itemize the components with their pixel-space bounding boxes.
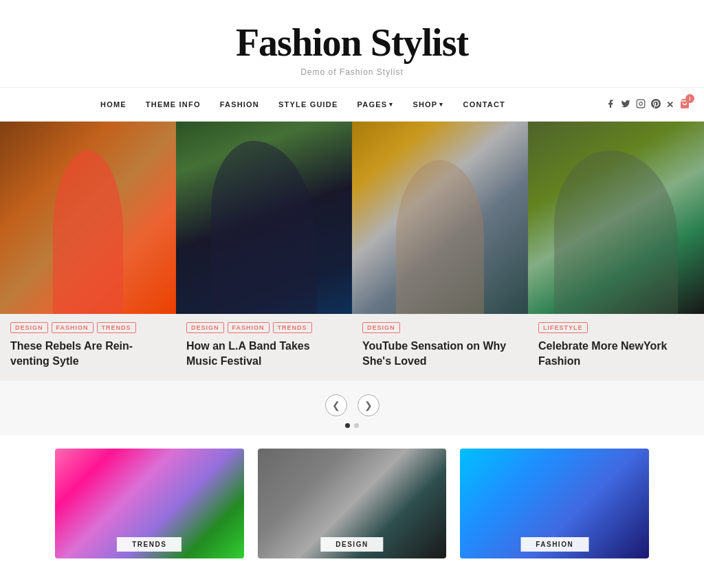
- x-icon[interactable]: ✕: [666, 100, 674, 110]
- card-tags-2: DESIGN: [362, 322, 518, 333]
- card-image-3: [528, 122, 704, 314]
- carousel-dot-1[interactable]: [345, 423, 350, 428]
- card-image-1: [176, 122, 352, 314]
- card-title-3: Celebrate More NewYork Fashion: [538, 339, 694, 368]
- tag-label[interactable]: DESIGN: [10, 322, 48, 333]
- nav-links: HOME THEME INFO FASHION STYLE GUIDE PAGE…: [14, 98, 592, 111]
- carousel-arrows: ❮ ❯: [325, 394, 380, 416]
- site-title: Fashion Stylist: [14, 21, 690, 65]
- card-title-2: YouTube Sensation on Why She's Loved: [362, 339, 518, 368]
- bottom-card-label-1: DESIGN: [320, 537, 383, 552]
- nav-theme-info[interactable]: THEME INFO: [138, 98, 209, 111]
- shop-chevron-icon: ▾: [439, 101, 443, 108]
- bottom-card-label-0: TRENDS: [117, 537, 182, 552]
- carousel-dots: [345, 423, 359, 428]
- carousel-section: DESIGNFASHIONTRENDSThese Rebels Are Rein…: [0, 122, 704, 435]
- bottom-card-2[interactable]: FASHION: [460, 449, 649, 558]
- card-tags-3: LIFESTYLE: [538, 322, 694, 333]
- carousel-card-2[interactable]: DESIGNYouTube Sensation on Why She's Lov…: [352, 122, 528, 381]
- cart-icon[interactable]: 1: [679, 98, 690, 111]
- pages-chevron-icon: ▾: [389, 101, 393, 108]
- nav-style-guide[interactable]: STYLE GUIDE: [270, 98, 346, 111]
- carousel-prev-button[interactable]: ❮: [325, 394, 347, 416]
- nav-fashion[interactable]: FASHION: [212, 98, 267, 111]
- card-title-0: These Rebels Are Rein-venting Sytle: [10, 339, 166, 368]
- carousel-card-0[interactable]: DESIGNFASHIONTRENDSThese Rebels Are Rein…: [0, 122, 176, 381]
- carousel-next-button[interactable]: ❯: [358, 394, 380, 416]
- tag-label[interactable]: DESIGN: [186, 322, 224, 333]
- card-tags-0: DESIGNFASHIONTRENDS: [10, 322, 166, 333]
- nav-home[interactable]: HOME: [92, 98, 135, 111]
- site-subtitle: Demo of Fashion Stylist: [14, 67, 690, 77]
- navigation: HOME THEME INFO FASHION STYLE GUIDE PAGE…: [0, 88, 704, 122]
- carousel-card-3[interactable]: LIFESTYLECelebrate More NewYork Fashion: [528, 122, 704, 381]
- tag-label[interactable]: FASHION: [228, 322, 270, 333]
- nav-shop[interactable]: SHOP ▾: [404, 98, 452, 111]
- card-image-0: [0, 122, 176, 314]
- tag-label[interactable]: TRENDS: [97, 322, 136, 333]
- card-image-2: [352, 122, 528, 314]
- carousel-dot-2[interactable]: [354, 423, 359, 428]
- tag-label[interactable]: TRENDS: [273, 322, 312, 333]
- carousel-card-1[interactable]: DESIGNFASHIONTRENDSHow an L.A Band Takes…: [176, 122, 352, 381]
- tag-label[interactable]: DESIGN: [362, 322, 400, 333]
- bottom-grid-section: TRENDSDESIGNFASHION: [0, 435, 704, 586]
- nav-pages[interactable]: PAGES ▾: [349, 98, 402, 111]
- carousel-controls: ❮ ❯: [0, 381, 704, 435]
- twitter-icon[interactable]: [621, 99, 630, 111]
- tag-label[interactable]: FASHION: [52, 322, 94, 333]
- bottom-grid: TRENDSDESIGNFASHION: [55, 449, 649, 558]
- carousel-grid: DESIGNFASHIONTRENDSThese Rebels Are Rein…: [0, 122, 704, 381]
- tag-label[interactable]: LIFESTYLE: [538, 322, 588, 333]
- site-header: Fashion Stylist Demo of Fashion Stylist: [0, 0, 704, 88]
- bottom-card-1[interactable]: DESIGN: [258, 449, 447, 558]
- card-tags-1: DESIGNFASHIONTRENDS: [186, 322, 342, 333]
- nav-contact[interactable]: CONTACT: [455, 98, 514, 111]
- card-title-1: How an L.A Band Takes Music Festival: [186, 339, 342, 368]
- cart-count-badge: 1: [685, 94, 694, 103]
- facebook-icon[interactable]: [606, 99, 615, 111]
- svg-rect-0: [637, 100, 645, 108]
- pinterest-icon[interactable]: [651, 99, 661, 111]
- instagram-icon[interactable]: [636, 99, 646, 111]
- social-icons: ✕ 1: [606, 98, 690, 111]
- bottom-card-label-2: FASHION: [520, 537, 588, 552]
- bottom-card-0[interactable]: TRENDS: [55, 449, 244, 558]
